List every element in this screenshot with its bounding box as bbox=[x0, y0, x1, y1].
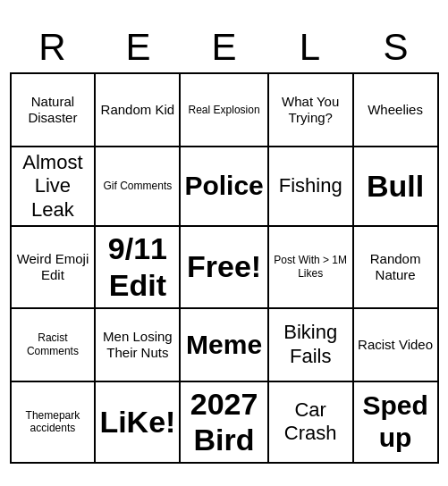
cell-text-3: What You Trying? bbox=[273, 94, 349, 126]
bingo-cell-1: Random Kid bbox=[96, 74, 181, 147]
bingo-grid: Natural DisasterRandom KidReal Explosion… bbox=[10, 72, 439, 464]
bingo-cell-5: Almost Live Leak bbox=[12, 147, 97, 227]
cell-text-17: Meme bbox=[186, 329, 262, 361]
bingo-cell-23: Car Crash bbox=[269, 382, 354, 465]
bingo-cell-3: What You Trying? bbox=[269, 74, 354, 147]
bingo-cell-6: Gif Comments bbox=[96, 147, 181, 227]
cell-text-16: Men Losing Their Nuts bbox=[99, 329, 175, 361]
bingo-cell-18: Biking Fails bbox=[269, 309, 354, 382]
cell-text-22: 2027 Bird bbox=[184, 386, 263, 459]
bingo-cell-7: Police bbox=[181, 147, 268, 227]
cell-text-12: Free! bbox=[187, 248, 261, 285]
bingo-cell-13: Post With > 1M Likes bbox=[269, 227, 354, 309]
bingo-cell-9: Bull bbox=[354, 147, 439, 227]
bingo-card: REELS Natural DisasterRandom KidReal Exp… bbox=[10, 22, 439, 464]
cell-text-10: Weird Emoji Edit bbox=[15, 251, 91, 283]
header-letter-s: S bbox=[353, 22, 439, 72]
cell-text-13: Post With > 1M Likes bbox=[273, 254, 349, 280]
cell-text-20: Themepark accidents bbox=[15, 409, 91, 435]
bingo-cell-19: Racist Video bbox=[354, 309, 439, 382]
cell-text-14: Random Nature bbox=[358, 251, 434, 283]
cell-text-0: Natural Disaster bbox=[15, 94, 91, 126]
cell-text-7: Police bbox=[184, 170, 263, 202]
bingo-cell-14: Random Nature bbox=[354, 227, 439, 309]
cell-text-8: Fishing bbox=[279, 174, 342, 197]
bingo-cell-21: LiKe! bbox=[96, 382, 181, 465]
cell-text-18: Biking Fails bbox=[273, 321, 349, 368]
bingo-cell-20: Themepark accidents bbox=[12, 382, 97, 465]
bingo-cell-24: Sped up bbox=[354, 382, 439, 465]
bingo-cell-12: Free! bbox=[181, 227, 268, 309]
bingo-cell-15: Racist Comments bbox=[12, 309, 97, 382]
cell-text-11: 9/11 Edit bbox=[99, 230, 175, 304]
cell-text-21: LiKe! bbox=[99, 404, 175, 440]
header-letter-l: L bbox=[267, 22, 353, 72]
bingo-cell-17: Meme bbox=[181, 309, 268, 382]
bingo-cell-11: 9/11 Edit bbox=[96, 227, 181, 309]
cell-text-5: Almost Live Leak bbox=[15, 151, 91, 222]
bingo-cell-16: Men Losing Their Nuts bbox=[96, 309, 181, 382]
header-letter-r: R bbox=[10, 22, 96, 72]
bingo-cell-22: 2027 Bird bbox=[181, 382, 268, 465]
cell-text-4: Wheelies bbox=[368, 102, 423, 118]
bingo-header: REELS bbox=[10, 22, 439, 72]
cell-text-9: Bull bbox=[367, 168, 424, 205]
bingo-cell-4: Wheelies bbox=[354, 74, 439, 147]
bingo-cell-2: Real Explosion bbox=[181, 74, 268, 147]
bingo-cell-10: Weird Emoji Edit bbox=[12, 227, 97, 309]
header-letter-e: E bbox=[96, 22, 182, 72]
cell-text-1: Random Kid bbox=[101, 102, 175, 118]
header-letter-e: E bbox=[182, 22, 267, 72]
bingo-cell-0: Natural Disaster bbox=[12, 74, 97, 147]
cell-text-19: Racist Video bbox=[358, 337, 433, 353]
cell-text-15: Racist Comments bbox=[15, 331, 91, 357]
cell-text-6: Gif Comments bbox=[104, 180, 173, 192]
cell-text-23: Car Crash bbox=[273, 398, 349, 446]
cell-text-2: Real Explosion bbox=[189, 104, 260, 116]
cell-text-24: Sped up bbox=[358, 390, 434, 454]
bingo-cell-8: Fishing bbox=[269, 147, 354, 227]
